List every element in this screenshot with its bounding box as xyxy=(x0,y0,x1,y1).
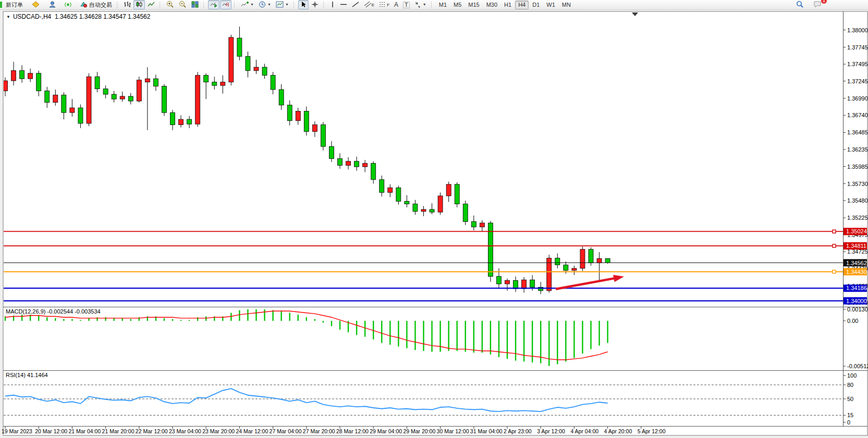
price-tick-label: 1.37745 xyxy=(847,44,868,51)
chart-bars-button[interactable] xyxy=(121,0,133,9)
date-tick-label: 5 Apr 12:00 xyxy=(638,428,666,434)
tile-windows-button[interactable] xyxy=(189,0,201,9)
date-tick-label: 22 Mar 12:00 xyxy=(136,428,168,434)
candle-body xyxy=(62,95,66,112)
price-tick-label: 1.35225 xyxy=(847,215,868,221)
candle-body xyxy=(53,95,58,102)
candle-body xyxy=(170,112,175,124)
chat-bubble-icon xyxy=(813,1,822,9)
macd-tick-label: -0.005123 xyxy=(847,363,868,369)
chart-expand-icon[interactable]: ▼ xyxy=(6,15,10,19)
text-tool[interactable]: A xyxy=(392,0,400,9)
timeframe-button-M15[interactable]: M15 xyxy=(465,1,482,9)
periods-button[interactable]: ▼ xyxy=(256,0,273,9)
timeframe-button-H1[interactable]: H1 xyxy=(501,1,515,9)
arrows-tool[interactable]: ▼ xyxy=(412,0,429,9)
chart-candles-button[interactable] xyxy=(133,0,145,9)
chevron-down-icon: ▼ xyxy=(423,3,426,7)
gold-icon xyxy=(32,1,40,9)
candle-body xyxy=(354,161,359,167)
timeframe-button-H4[interactable]: H4 xyxy=(515,1,529,9)
candle-body xyxy=(204,76,209,82)
candle-body xyxy=(555,258,560,265)
candle-body xyxy=(195,76,200,124)
chart-canvas[interactable]: 1.380001.377451.374951.372451.369901.367… xyxy=(0,9,868,438)
signals-button[interactable] xyxy=(62,0,74,9)
toolbar-separator xyxy=(323,2,326,8)
fibonacci-tool[interactable]: F xyxy=(377,0,392,9)
templates-button[interactable]: ▼ xyxy=(274,0,291,9)
new-order-button[interactable]: 新订单 xyxy=(4,0,25,9)
trendline-icon xyxy=(352,1,359,9)
candle-body xyxy=(371,164,376,180)
crosshair-tool-button[interactable] xyxy=(309,0,321,9)
timeframe-button-M5[interactable]: M5 xyxy=(450,1,464,9)
candle-body xyxy=(254,67,259,71)
line-drag-handle[interactable] xyxy=(833,244,836,247)
candle-body xyxy=(547,258,552,291)
candle-body xyxy=(321,125,325,147)
notification-badge: 1 xyxy=(821,0,827,4)
candle-body xyxy=(463,204,468,222)
date-tick-label: 28 Mar 12:00 xyxy=(336,428,369,434)
indicators-button[interactable]: ▼ xyxy=(239,0,256,9)
timeframe-button-D1[interactable]: D1 xyxy=(529,1,543,9)
line-drag-handle[interactable] xyxy=(833,270,836,273)
gold-button[interactable] xyxy=(30,0,42,9)
candle-body xyxy=(262,67,267,76)
candle-body xyxy=(120,96,125,99)
chart-shift-button[interactable] xyxy=(220,0,231,9)
channel-tool[interactable]: E xyxy=(362,0,376,9)
toolbar-right-group: 1 xyxy=(794,0,824,9)
price-line-label: 1.34811 xyxy=(846,243,866,249)
person-icon xyxy=(48,1,56,9)
notifications-button[interactable]: 1 xyxy=(811,0,824,9)
community-button[interactable] xyxy=(46,0,58,9)
candle-body xyxy=(572,268,577,270)
candle-body xyxy=(287,105,292,121)
arrows-icon xyxy=(414,1,421,9)
chart-title: ▼USDCAD-,H4 1.34625 1.34628 1.34547 1.34… xyxy=(6,13,150,20)
timeframe-button-MN[interactable]: MN xyxy=(559,1,574,9)
search-button[interactable] xyxy=(794,0,806,9)
candle-body xyxy=(271,76,275,90)
date-tick-label: 29 Mar 04:00 xyxy=(370,428,402,434)
candle-body xyxy=(496,277,501,284)
chart-window-frame xyxy=(3,11,867,435)
timeframe-button-M30[interactable]: M30 xyxy=(483,1,500,9)
trendline-tool[interactable] xyxy=(350,0,361,9)
timeframe-button-W1[interactable]: W1 xyxy=(543,1,558,9)
label-tool[interactable]: T xyxy=(401,0,412,9)
cursor-tool-button[interactable] xyxy=(298,0,309,9)
fibonacci-icon xyxy=(379,1,387,9)
chart-line-button[interactable] xyxy=(145,0,157,9)
auto-scroll-button[interactable] xyxy=(208,0,219,9)
channel-icon xyxy=(364,1,372,9)
candle-body xyxy=(128,96,133,101)
price-tick-label: 1.36235 xyxy=(847,146,868,153)
vertical-line-tool[interactable] xyxy=(328,0,337,9)
chevron-down-icon: ▼ xyxy=(250,3,254,7)
clipped-icon xyxy=(0,2,2,8)
candle-body xyxy=(237,38,242,56)
candle-body xyxy=(20,71,25,79)
zoom-in-button[interactable] xyxy=(164,0,176,9)
price-tick-label: 1.35480 xyxy=(847,197,868,204)
candle-body xyxy=(329,146,334,158)
zoom-out-button[interactable] xyxy=(177,0,189,9)
candle-body xyxy=(530,280,535,287)
price-tick-label: 1.36990 xyxy=(847,95,868,102)
line-drag-handle[interactable] xyxy=(833,230,836,233)
candle-body xyxy=(380,180,384,193)
channel-tool-sub: E xyxy=(372,3,374,7)
candle-body xyxy=(36,73,41,91)
timeframe-button-M1[interactable]: M1 xyxy=(436,1,450,9)
candle-body xyxy=(438,196,443,212)
date-tick-label: 24 Mar 12:00 xyxy=(236,428,268,434)
horizontal-line-tool[interactable] xyxy=(338,0,349,9)
date-tick-label: 19 Mar 2023 xyxy=(2,428,32,434)
candle-body xyxy=(70,108,75,112)
candle-body xyxy=(580,249,585,268)
auto-trading-button[interactable]: 自动交易 xyxy=(78,0,114,9)
price-tick-label: 1.37245 xyxy=(847,78,868,84)
